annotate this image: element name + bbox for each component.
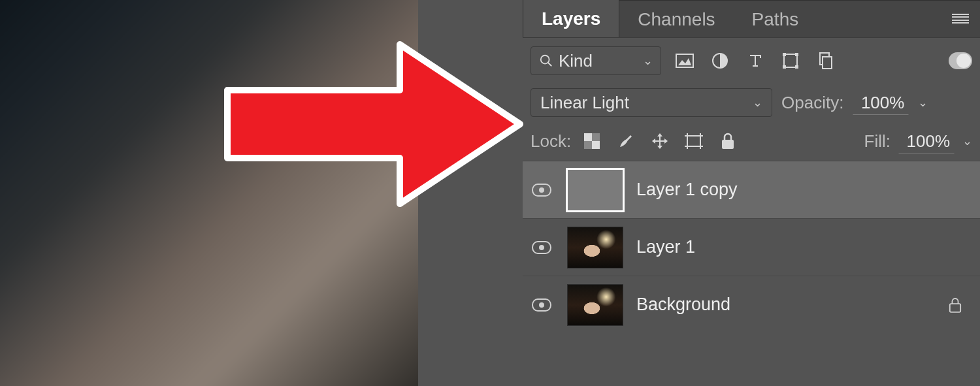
svg-rect-15 <box>687 136 700 146</box>
filter-smartobject-icon[interactable] <box>814 49 838 72</box>
visibility-toggle[interactable] <box>529 184 554 197</box>
svg-rect-24 <box>722 140 734 149</box>
lock-brush-icon[interactable] <box>615 131 636 152</box>
filter-shape-icon[interactable] <box>779 49 802 72</box>
layers-panel: Layers Channels Paths Kind ⌄ <box>523 0 980 386</box>
lock-label: Lock: <box>531 131 571 152</box>
visibility-toggle[interactable] <box>529 241 554 254</box>
svg-rect-6 <box>783 53 786 56</box>
lock-artboard-icon[interactable] <box>683 131 704 152</box>
svg-rect-7 <box>795 53 798 56</box>
svg-rect-11 <box>823 57 832 69</box>
tab-paths[interactable]: Paths <box>734 0 817 37</box>
lock-position-icon[interactable] <box>649 131 670 152</box>
svg-line-1 <box>548 63 552 67</box>
layer-thumbnail[interactable] <box>567 227 623 268</box>
blend-row: Linear Light ⌄ Opacity: 100% ⌄ <box>523 84 980 121</box>
lock-row: Lock: Fill: 100% ⌄ <box>523 121 980 161</box>
opacity-value[interactable]: 100% <box>853 91 909 115</box>
canvas-preview <box>0 0 449 386</box>
visibility-toggle[interactable] <box>529 298 554 312</box>
eye-icon <box>532 241 551 254</box>
layer-row[interactable]: Layer 1 copy <box>523 161 980 218</box>
fill-label: Fill: <box>864 131 890 152</box>
svg-rect-9 <box>795 65 798 69</box>
svg-rect-8 <box>783 65 786 69</box>
layer-thumbnail[interactable] <box>567 284 623 326</box>
chevron-down-icon: ⌄ <box>753 95 762 110</box>
svg-rect-14 <box>592 141 600 149</box>
layer-thumbnail[interactable] <box>567 169 623 211</box>
lock-transparency-icon[interactable] <box>581 131 602 152</box>
panel-menu-icon[interactable] <box>941 0 980 37</box>
fill-value[interactable]: 100% <box>898 129 955 153</box>
blend-mode-select[interactable]: Linear Light ⌄ <box>531 88 772 117</box>
layer-row[interactable]: Background <box>523 276 980 333</box>
filter-adjustment-icon[interactable] <box>708 49 732 72</box>
layer-name[interactable]: Layer 1 copy <box>636 180 738 200</box>
layer-row[interactable]: Layer 1 <box>523 218 980 276</box>
lock-icon <box>946 296 964 314</box>
filter-kind-select[interactable]: Kind ⌄ <box>531 46 661 75</box>
tab-channels[interactable]: Channels <box>619 0 733 37</box>
tab-layers[interactable]: Layers <box>523 0 619 37</box>
filter-kind-label: Kind <box>559 51 593 71</box>
filter-pixel-icon[interactable] <box>673 49 696 72</box>
layers-list: Layer 1 copy Layer 1 Background <box>523 161 980 386</box>
svg-rect-25 <box>950 304 960 312</box>
chevron-down-icon: ⌄ <box>643 54 653 68</box>
blend-mode-value: Linear Light <box>540 93 629 113</box>
layer-filter-row: Kind ⌄ <box>523 38 980 84</box>
layer-name[interactable]: Background <box>636 295 730 315</box>
search-icon <box>539 54 553 68</box>
lock-all-icon[interactable] <box>717 131 738 152</box>
chevron-down-icon[interactable]: ⌄ <box>962 134 972 148</box>
opacity-label: Opacity: <box>781 93 843 113</box>
svg-point-0 <box>541 56 549 64</box>
chevron-down-icon[interactable]: ⌄ <box>918 95 928 110</box>
svg-rect-13 <box>584 133 592 141</box>
filter-toggle-switch[interactable] <box>949 49 972 72</box>
eye-icon <box>532 184 551 197</box>
filter-type-icon[interactable] <box>743 49 767 72</box>
svg-marker-3 <box>678 58 691 65</box>
eye-icon <box>532 298 551 312</box>
layer-name[interactable]: Layer 1 <box>636 237 695 257</box>
panel-tabs: Layers Channels Paths <box>523 0 980 38</box>
